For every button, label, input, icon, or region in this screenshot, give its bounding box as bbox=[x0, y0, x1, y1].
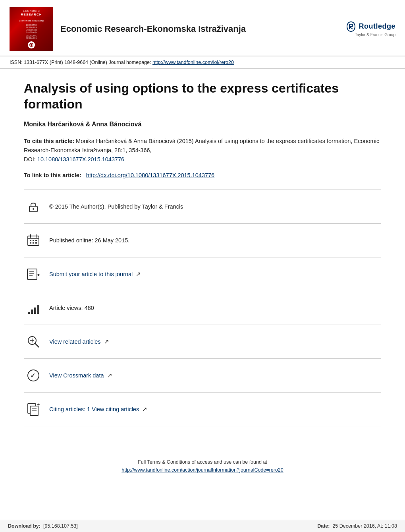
svg-rect-19 bbox=[31, 310, 33, 314]
svg-rect-9 bbox=[33, 240, 34, 241]
link-block: To link to this article: http://dx.doi.o… bbox=[24, 171, 381, 180]
issn-text: ISSN: 1331-677X (Print) 1848-9664 (Onlin… bbox=[10, 60, 152, 65]
crossmark-icon: ✓ bbox=[24, 366, 43, 385]
issn-url[interactable]: http://www.tandfonline.com/loi/rero20 bbox=[152, 60, 234, 65]
journal-title-area: Economic Research-Ekonomska Istraživanja bbox=[60, 23, 338, 35]
page-header: ECONOMIC RESEARCH Ekonomska Istraživanja… bbox=[0, 0, 405, 56]
routledge-icon bbox=[345, 21, 357, 32]
svg-rect-11 bbox=[30, 242, 31, 244]
submit-text[interactable]: Submit your article to this journal ↗ bbox=[49, 271, 141, 277]
svg-rect-13 bbox=[35, 242, 37, 244]
citing-link[interactable]: Citing articles: 1 View citing articles bbox=[49, 406, 139, 412]
submit-link[interactable]: Submit your article to this journal bbox=[49, 271, 133, 277]
svg-text:✓: ✓ bbox=[30, 372, 35, 379]
svg-point-3 bbox=[33, 208, 34, 210]
related-link[interactable]: View related articles bbox=[49, 339, 101, 345]
article-doi-link[interactable]: http://dx.doi.org/10.1080/1331677X.2015.… bbox=[86, 172, 214, 178]
journal-title: Economic Research-Ekonomska Istraživanja bbox=[60, 23, 338, 35]
download-label: Download by: bbox=[8, 523, 40, 529]
svg-rect-20 bbox=[34, 308, 36, 314]
svg-rect-18 bbox=[28, 312, 30, 314]
info-row-submit: Submit your article to this journal ↗ bbox=[24, 257, 381, 291]
article-authors: Monika Harčariková & Anna Bánociová bbox=[24, 121, 381, 128]
svg-rect-21 bbox=[37, 305, 39, 314]
info-row-related: View related articles ↗ bbox=[24, 325, 381, 358]
cite-label: To cite this article: bbox=[24, 138, 74, 144]
info-rows: © 2015 The Author(s). Published by Taylo… bbox=[24, 190, 381, 426]
views-icon bbox=[24, 298, 43, 317]
terms-text: Full Terms & Conditions of access and us… bbox=[138, 459, 267, 465]
crossmark-link[interactable]: View Crossmark data bbox=[49, 372, 104, 379]
info-row-published: Published online: 26 May 2015. bbox=[24, 223, 381, 257]
published-text: Published online: 26 May 2015. bbox=[49, 237, 129, 244]
routledge-label: Routledge bbox=[359, 22, 396, 31]
article-title: Analysis of using options to the express… bbox=[24, 80, 381, 112]
journal-cover: ECONOMIC RESEARCH Ekonomska Istraživanja… bbox=[10, 7, 53, 51]
svg-rect-14 bbox=[27, 269, 37, 279]
info-row-crossmark: ✓ View Crossmark data ↗ bbox=[24, 358, 381, 392]
related-icon bbox=[24, 332, 43, 351]
link-label: To link to this article: bbox=[24, 172, 81, 178]
calendar-icon bbox=[24, 231, 43, 250]
issn-bar: ISSN: 1331-677X (Print) 1848-9664 (Onlin… bbox=[0, 56, 405, 69]
svg-rect-8 bbox=[30, 240, 31, 241]
citation-block: To cite this article: Monika Harčariková… bbox=[24, 137, 381, 164]
download-ip: [95.168.107.53] bbox=[43, 523, 78, 529]
lock-icon bbox=[24, 197, 43, 216]
date-label: Date: bbox=[317, 523, 330, 529]
cite-text: Monika Harčariková & Anna Bánociová (201… bbox=[24, 138, 379, 153]
footer-terms: Full Terms & Conditions of access and us… bbox=[24, 458, 381, 474]
main-content: Analysis of using options to the express… bbox=[0, 69, 405, 488]
views-text: Article views: 480 bbox=[49, 305, 94, 311]
svg-line-23 bbox=[35, 343, 39, 347]
citing-icon bbox=[24, 400, 43, 419]
cite-doi-label: DOI: bbox=[24, 156, 37, 163]
copyright-text: © 2015 The Author(s). Published by Taylo… bbox=[49, 203, 183, 210]
info-row-citing: Citing articles: 1 View citing articles … bbox=[24, 392, 381, 426]
terms-url[interactable]: http://www.tandfonline.com/action/journa… bbox=[122, 467, 284, 473]
citing-text[interactable]: Citing articles: 1 View citing articles … bbox=[49, 406, 147, 412]
crossmark-text[interactable]: View Crossmark data ↗ bbox=[49, 372, 112, 379]
submit-icon bbox=[24, 265, 43, 284]
date-info: Date: 25 December 2016, At: 11:08 bbox=[317, 523, 397, 529]
routledge-sub: Taylor & Francis Group bbox=[355, 32, 395, 37]
svg-rect-12 bbox=[33, 242, 34, 244]
date-value: 25 December 2016, At: 11:08 bbox=[332, 523, 397, 529]
related-text[interactable]: View related articles ↗ bbox=[49, 339, 109, 345]
cite-doi-link[interactable]: 10.1080/1331677X.2015.1043776 bbox=[37, 156, 124, 163]
bottom-bar: Download by: [95.168.107.53] Date: 25 De… bbox=[0, 520, 405, 532]
download-info: Download by: [95.168.107.53] bbox=[8, 523, 78, 529]
routledge-logo: Routledge Taylor & Francis Group bbox=[345, 21, 396, 37]
cover-badge bbox=[28, 41, 35, 48]
info-row-views: Article views: 480 bbox=[24, 291, 381, 325]
svg-rect-10 bbox=[35, 240, 37, 241]
info-row-copyright: © 2015 The Author(s). Published by Taylo… bbox=[24, 190, 381, 223]
